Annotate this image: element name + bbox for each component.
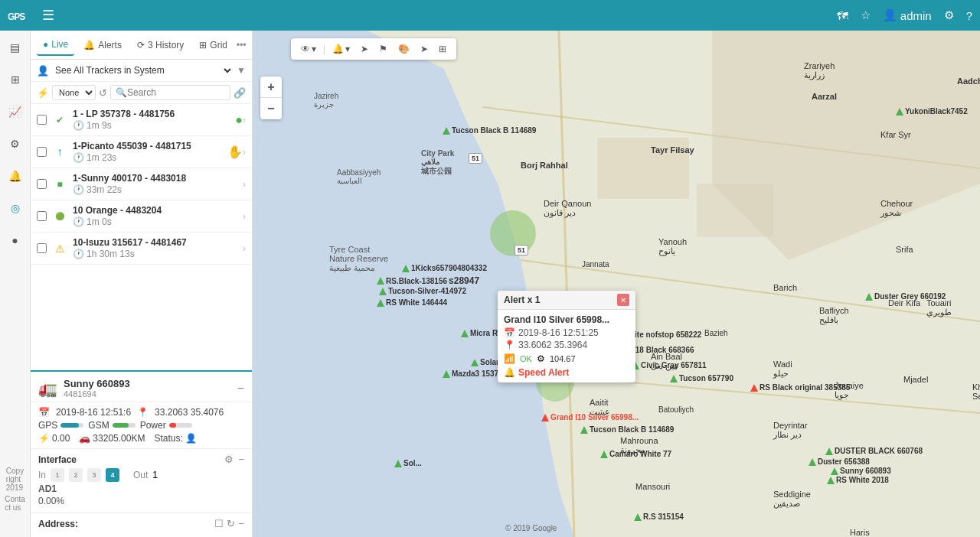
place-label: Jannata <box>582 260 609 268</box>
search-input[interactable] <box>127 87 225 98</box>
icon-sidebar: ▤ ⊞ 📈 ⚙ 🔔 ◎ ● Copyright2019 Contact us <box>0 31 31 537</box>
place-label: Borj Rahhal <box>521 161 568 170</box>
user-menu[interactable]: 👤 admin <box>883 8 932 22</box>
chevron-right-icon: › <box>243 179 246 190</box>
place-label: Deyrintarدير نطار <box>773 421 808 440</box>
arrow-toolbar-button[interactable]: ➤ <box>357 41 372 57</box>
tracker-status-icon: ✔ <box>51 112 68 129</box>
in-btn-2[interactable]: 2 <box>69 468 83 482</box>
tab-grid[interactable]: ⊞ Grid <box>193 35 234 55</box>
refresh-button[interactable]: ↺ <box>99 87 107 99</box>
tracker-alert-icon: ⚠ <box>51 240 68 257</box>
layers-toolbar-button[interactable]: ⊞ <box>435 41 450 57</box>
alert-signal-row: 📶 OK ⚙ 104.67 <box>504 353 629 364</box>
interface-settings-icon[interactable]: ⚙ <box>224 454 234 465</box>
sidebar-contact-icon[interactable]: Contact us <box>5 493 26 514</box>
list-item[interactable]: ■ 1-Sunny 400170 - 4483018 🕐33m 22s › <box>31 168 252 200</box>
sidebar-bell-icon[interactable]: 🔔 <box>5 165 26 187</box>
tracker-checkbox[interactable] <box>37 179 47 189</box>
tracker-time: 🕐1m 9s <box>73 120 235 131</box>
tracker-time: 🕐33m 22s <box>73 184 243 195</box>
interface-title: Interface <box>38 454 77 465</box>
collapse-button[interactable]: − <box>237 382 244 395</box>
tracker-name: 1-Sunny 400170 - 4483018 <box>73 173 243 184</box>
sidebar-gear-icon[interactable]: ⚙ <box>5 133 26 155</box>
list-item[interactable]: 🟢 10 Orange - 4483204 🕐1m 0s › <box>31 200 252 233</box>
dropdown-icon: ▾ <box>345 44 350 54</box>
chevron-right-icon: › <box>243 147 246 158</box>
stats-row: ⚡0.00 🚗33205.00KM Status: 👤 <box>38 433 244 444</box>
map-marker: RS White 2018 <box>827 476 889 484</box>
sidebar-copy-icon[interactable]: Copyright2019 <box>5 468 26 490</box>
selected-tracker-name: Sunny 660893 <box>64 378 130 389</box>
sidebar-grid-icon[interactable]: ⊞ <box>5 69 26 90</box>
alert-close-button[interactable]: ✕ <box>617 294 629 306</box>
map-marker: Tucson-Silver-414972 <box>379 287 466 295</box>
sidebar-circle-icon[interactable]: ◎ <box>5 197 26 219</box>
place-label: Tayr Filsay <box>651 145 694 155</box>
star-icon[interactable]: ☆ <box>861 8 871 22</box>
list-item[interactable]: ⚠ 10-Isuzu 315617 - 4481467 🕐1h 30m 13s … <box>31 233 252 265</box>
user-icon: 👤 <box>37 65 49 76</box>
address-collapse-icon[interactable]: − <box>238 518 244 529</box>
dropdown-arrow-icon: ▼ <box>237 65 246 76</box>
interface-collapse-icon[interactable]: − <box>238 454 244 465</box>
list-item[interactable]: ↑ 1-Picanto 455039 - 4481715 🕐1m 23s ✋ › <box>31 136 252 168</box>
flag-icon: ⚑ <box>379 44 387 54</box>
tracker-checkbox[interactable] <box>37 243 47 253</box>
map-nav-icon[interactable]: 🗺 <box>837 9 848 22</box>
left-panel: ● Live 🔔 Alerts ⟳ 3 History ⊞ Grid ••• 👤… <box>31 31 253 537</box>
interface-section: Interface ⚙ − In 1 2 3 4 Out 1 AD1 <box>31 449 252 513</box>
tracker-name: 1-Picanto 455039 - 4481715 <box>73 141 227 151</box>
in-btn-4[interactable]: 4 <box>106 468 119 482</box>
address-checkbox-icon[interactable]: ☐ <box>214 518 224 529</box>
list-item[interactable]: ✔ 1 - LP 357378 - 4481756 🕐1m 9s ● › <box>31 104 252 136</box>
sub-nav-more[interactable]: ••• <box>237 40 247 50</box>
place-label: Srifa <box>896 245 913 254</box>
settings-icon[interactable]: ⚙ <box>944 8 954 22</box>
map-marker: DUSTER BLACK 660768 <box>825 447 923 455</box>
main-layout: ▤ ⊞ 📈 ⚙ 🔔 ◎ ● Copyright2019 Contact us ●… <box>0 31 980 537</box>
map-toolbar: 👁▾ | 🔔▾ ➤ ⚑ 🎨 ➤ ⊞ <box>291 38 456 60</box>
filter-dropdown[interactable]: None <box>52 85 96 100</box>
flag-toolbar-button[interactable]: ⚑ <box>375 41 391 57</box>
tracker-detail-panel: 🚛 Sunny 660893 4481694 − 📅 2019-8-16 12:… <box>31 370 252 537</box>
place-label: Aabbasiyyehالعباسية <box>337 168 381 185</box>
zoom-out-button[interactable]: − <box>260 98 282 119</box>
address-refresh-icon[interactable]: ↻ <box>227 518 235 529</box>
link-icon[interactable]: 🔗 <box>234 87 246 99</box>
eye-icon: 👁 <box>301 44 310 54</box>
place-label: Chehourشحور <box>880 199 913 218</box>
tracker-checkbox[interactable] <box>37 115 47 125</box>
tracker-time: 🕐1m 0s <box>73 216 243 227</box>
in-btn-3[interactable]: 3 <box>87 468 101 482</box>
sidebar-chart-icon[interactable]: 📈 <box>5 101 26 122</box>
eye-button[interactable]: 👁▾ <box>297 41 320 57</box>
in-btn-1[interactable]: 1 <box>51 468 64 482</box>
help-icon[interactable]: ? <box>966 9 972 22</box>
map-marker: Camaro White 77 <box>600 450 671 458</box>
tracker-checkbox[interactable] <box>37 147 47 157</box>
nav-toolbar-button[interactable]: ➤ <box>416 41 432 57</box>
tracker-checkbox[interactable] <box>37 211 47 221</box>
tab-history[interactable]: ⟳ 3 History <box>131 35 190 55</box>
zoom-in-button[interactable]: + <box>260 76 282 98</box>
filter-icon[interactable]: ⚡ <box>37 87 49 99</box>
map-container[interactable]: City Parkملاهي城市公园 Jazirehجزيرة Aabbasiy… <box>253 31 980 537</box>
sidebar-dot-icon[interactable]: ● <box>5 229 26 251</box>
map-marker: R.S 315154 <box>634 513 684 521</box>
palette-toolbar-button[interactable]: 🎨 <box>394 41 413 57</box>
tab-alerts[interactable]: 🔔 Alerts <box>77 35 128 55</box>
tab-live[interactable]: ● Live <box>37 34 74 56</box>
map-marker: Civic Gray 657811 <box>632 361 707 369</box>
bell-toolbar-button[interactable]: 🔔▾ <box>328 41 354 57</box>
tracker-selector-dropdown[interactable]: See All Trackers in System <box>52 64 234 76</box>
username-label: admin <box>900 9 932 22</box>
sidebar-monitor-icon[interactable]: ▤ <box>5 37 26 58</box>
speed-value: 0.00 <box>52 433 70 444</box>
out-count: 1 <box>152 470 158 480</box>
hamburger-menu-icon[interactable]: ☰ <box>42 7 54 24</box>
move-icon: ✋ <box>227 145 243 159</box>
map-marker: Sol... <box>394 459 422 467</box>
zoom-controls: + − <box>260 76 282 119</box>
